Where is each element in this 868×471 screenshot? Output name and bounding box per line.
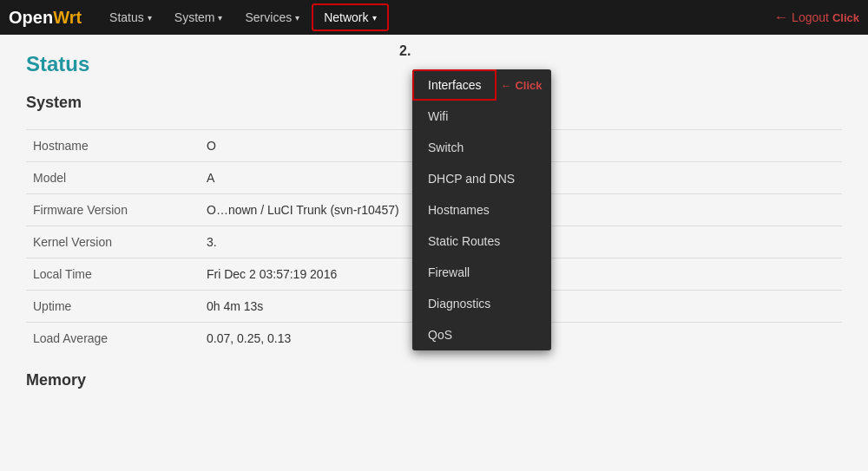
dropdown-item-switch[interactable]: Switch — [412, 132, 551, 163]
dropdown-item-wifi[interactable]: Wifi — [412, 101, 551, 132]
chevron-down-icon: ▾ — [148, 13, 152, 23]
content-area: 2. Status System Hostname O Model A Firm… — [0, 35, 868, 407]
dropdown-item-dhcp-dns[interactable]: DHCP and DNS — [412, 163, 551, 194]
nav-system[interactable]: System ▾ — [164, 5, 233, 29]
nav-network[interactable]: Network ▾ — [312, 3, 388, 31]
nav-items: Status ▾ System ▾ Services ▾ Network ▾ — [99, 3, 774, 31]
dropdown-menu: Interfaces ← Click Wifi Switch DHCP and … — [412, 69, 551, 350]
dropdown-item-static-routes[interactable]: Static Routes — [412, 226, 551, 257]
logout-click-annotation: Click — [832, 11, 859, 24]
row-label: Model — [26, 162, 200, 194]
chevron-down-icon: ▾ — [218, 13, 222, 23]
row-label: Uptime — [26, 291, 200, 323]
nav-services[interactable]: Services ▾ — [234, 5, 310, 29]
logout-arrow-icon: ← — [774, 10, 788, 25]
brand-wrt: Wrt — [53, 8, 82, 27]
chevron-down-icon: ▾ — [295, 13, 299, 23]
network-dropdown: Interfaces ← Click Wifi Switch DHCP and … — [412, 35, 551, 350]
row-label: Kernel Version — [26, 226, 200, 258]
dropdown-item-hostnames[interactable]: Hostnames — [412, 194, 551, 226]
interfaces-click-annotation: ← Click — [500, 79, 542, 92]
brand-open: Open — [9, 8, 53, 27]
brand-logo[interactable]: OpenWrt — [9, 8, 82, 28]
dropdown-interfaces-row: Interfaces ← Click — [412, 69, 551, 101]
navbar: OpenWrt Status ▾ System ▾ Services ▾ Net… — [0, 0, 868, 35]
dropdown-item-interfaces[interactable]: Interfaces — [412, 69, 496, 101]
click-arrow-icon: ← — [500, 79, 511, 92]
dropdown-item-firewall[interactable]: Firewall — [412, 257, 551, 288]
dropdown-item-qos[interactable]: QoS — [412, 319, 551, 350]
chevron-down-icon: ▾ — [372, 13, 377, 23]
logout-button[interactable]: Logout — [792, 10, 829, 24]
row-label: Hostname — [26, 130, 200, 162]
dropdown-item-diagnostics[interactable]: Diagnostics — [412, 288, 551, 319]
logout-area: ← Logout Click — [774, 10, 859, 25]
step-annotation: 2. — [399, 43, 411, 59]
row-label: Load Average — [26, 323, 200, 355]
row-label: Local Time — [26, 258, 200, 291]
memory-section-title: Memory — [26, 371, 842, 389]
nav-status[interactable]: Status ▾ — [99, 5, 162, 29]
row-label: Firmware Version — [26, 194, 200, 226]
